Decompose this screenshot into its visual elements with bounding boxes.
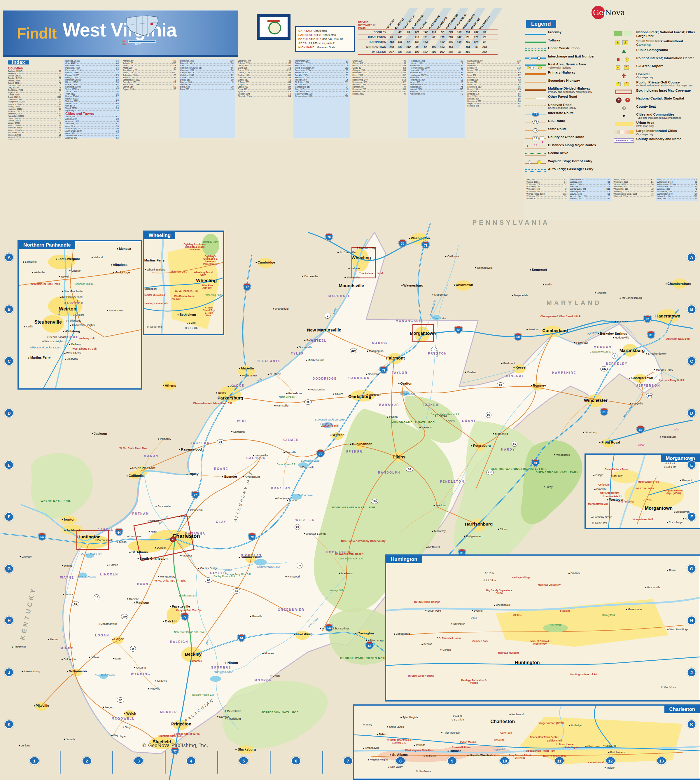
map-label: BARBOUR xyxy=(379,403,399,406)
map-label: Blacksburg xyxy=(236,748,256,751)
route-shield-icon: 50 xyxy=(305,399,312,405)
map-label: St. Clairsville xyxy=(337,251,355,254)
inset-label: Oglebay Institute's Mansion & Glass Muse… xyxy=(180,243,209,251)
inset-label: Catlettsburg xyxy=(394,632,410,635)
distance-col-header: MORGANTOWN xyxy=(455,8,463,29)
map-label: Pipestem Resort S.P. xyxy=(191,693,214,696)
inset-label: Weirton xyxy=(59,306,76,312)
inset-wheeling[interactable]: Wheeling Oglebay ParkOglebay Institute's… xyxy=(143,230,224,335)
map-label: Winchester xyxy=(584,398,608,403)
index-entry: Davis, 624D9 xyxy=(180,86,233,88)
map-label: MINERAL xyxy=(506,374,524,377)
map-label: Chapmanville xyxy=(98,622,117,625)
grid-column-number: 2 xyxy=(82,757,92,765)
inset-label: Appalachian Power Park xyxy=(526,750,555,752)
index-entry: Lindside, 275K6 xyxy=(467,93,521,95)
map-label: Franklin xyxy=(434,504,446,507)
map-label: Front Royal xyxy=(599,441,620,444)
map-label: RALEIGH xyxy=(170,640,188,643)
index-entry: Winfield, 1858F3 xyxy=(657,188,697,190)
index-entry: Alum Creek, 1839G3 xyxy=(65,130,119,132)
inset-label: Pierpont xyxy=(680,479,692,482)
route-shield-icon: 55 xyxy=(512,441,517,447)
inset-label: Nitro xyxy=(377,732,387,736)
inset-label: Cross Lanes xyxy=(387,725,404,728)
index-entry: Wayne, 42903G1 xyxy=(65,98,119,100)
legend-item: JEFFERSON County Boundary and Name xyxy=(614,137,698,144)
index-entry: Huttonsville, 217E8 xyxy=(410,79,463,81)
index-entry: Leon, 132E2 xyxy=(467,74,521,77)
distance-col-header: LEWISBURG xyxy=(438,8,447,29)
inset-label: Aliquippa xyxy=(111,263,127,266)
map-label: Somerset xyxy=(530,268,547,271)
map-label: Clendenin xyxy=(188,508,203,511)
index-entry: Frankford, 100H6 xyxy=(295,72,348,74)
inset-label: Scary xyxy=(363,723,372,726)
map-label: Haysi xyxy=(117,734,126,737)
map-label: GREENBRIER xyxy=(278,608,305,611)
index-entry: White Sulphur Sprs., 2315H7 xyxy=(614,193,653,195)
index-entry: Culloden, 2940F2 xyxy=(180,74,233,77)
inset-title: Northern Panhandle xyxy=(19,241,75,249)
map-label: Stonewall Jackson Lake xyxy=(315,418,345,421)
map-label: Oak Hill xyxy=(163,620,177,623)
index-title: Index xyxy=(8,60,29,65)
inset-charleston[interactable]: Charleston Tyler HeightsCross LanesScary… xyxy=(353,705,700,780)
map-label: Grafton xyxy=(398,382,412,385)
route-shield-icon: 522 xyxy=(600,366,608,371)
index-entry: Hooverson Hts., 2909B2 xyxy=(410,67,463,69)
fact-row: CAPITAL:Charleston xyxy=(298,29,352,33)
scale-bar: MI KM10 20 xyxy=(122,40,160,45)
inset-label: West Pea Ridge xyxy=(667,628,688,631)
index-entry: Jefferson, 42190C13 xyxy=(8,113,61,115)
map-label: Clifton Forge xyxy=(366,639,384,642)
inset-label: Z.D. Ramsdell House xyxy=(437,637,462,640)
inset-label: © GeoNova xyxy=(592,521,607,524)
inset-huntington[interactable]: Huntington BradrickRomeProctorvilleHerit… xyxy=(385,555,700,701)
index-entry: Lewisburg, 3624H6 xyxy=(467,86,521,88)
inset-label: Cadiz xyxy=(24,325,33,328)
grid-row-letter: G xyxy=(5,564,14,573)
index-entry: Dorcas, 175E10 xyxy=(238,69,291,72)
map-label: MONONGAHELA NATL. FOR. xyxy=(392,420,436,423)
legend-item: Primary Highway xyxy=(525,71,610,77)
inset-label: Rutledge xyxy=(569,724,582,727)
index-entry: Burlington, 200C10 xyxy=(180,60,233,62)
distance-col-header: CHARLESTON xyxy=(404,8,413,29)
legend-swatch-icon xyxy=(525,167,546,174)
index-entry: Albright, 247C8 xyxy=(65,118,119,120)
map-label: Montgomery xyxy=(158,575,175,578)
grid-column-number: 3 xyxy=(133,757,143,765)
grid-row-letter: C xyxy=(5,357,14,366)
index-entry: Holden, 1105H2 xyxy=(410,62,463,65)
inset-label: Core Arboretum xyxy=(600,491,619,494)
inset-label: 0 1 2 3 km xyxy=(452,718,464,721)
map-label: Oceana xyxy=(134,666,146,669)
map-label: Williamson xyxy=(67,670,87,673)
index-entry: Zela, 200F5 xyxy=(657,197,697,200)
legend-swatch-icon xyxy=(614,64,634,71)
index-entry: Nicholas, 26562G5 xyxy=(65,60,119,62)
inset-northern-panhandle[interactable]: Northern Panhandle East LiverpoolMonacaM… xyxy=(18,240,142,390)
distance-col-header: HUNTINGTON xyxy=(430,8,438,29)
legend-item: Point of Interest; Information Center xyxy=(614,56,698,63)
map-label: Weston xyxy=(330,433,345,436)
index-entry: Boone, 25535G3 xyxy=(8,75,61,77)
index-entry: Whitehall, 535C7 xyxy=(614,195,653,197)
map-label: Winfield xyxy=(147,519,159,522)
map-label: ROANE xyxy=(214,467,228,470)
legend-item: Scenic Drive xyxy=(525,151,610,157)
index-entry: Lewis, 16919D6 xyxy=(8,117,61,120)
legend-title: Legend xyxy=(526,20,556,28)
map-label: BOONE xyxy=(137,583,152,586)
distance-col-header: ELKINS xyxy=(421,8,430,29)
map-label: Athens xyxy=(163,384,176,387)
table-row: HUNTINGTON 11316152165184167335195125228… xyxy=(358,39,498,44)
map-label: Grayson xyxy=(20,555,32,558)
map-label: PENDLETON xyxy=(440,480,464,483)
index-entry: Ingleside, 90K5 xyxy=(410,86,463,88)
map-label: PUTNAM xyxy=(132,512,149,515)
index-entry: Gerrardstown, 550C12 xyxy=(295,95,348,97)
state-map[interactable]: WheelingMartins FerryBellaireShadysideMo… xyxy=(0,139,700,780)
inset-morgantown[interactable]: Morgantown OsageGlass Factory ToursStar … xyxy=(585,453,700,529)
